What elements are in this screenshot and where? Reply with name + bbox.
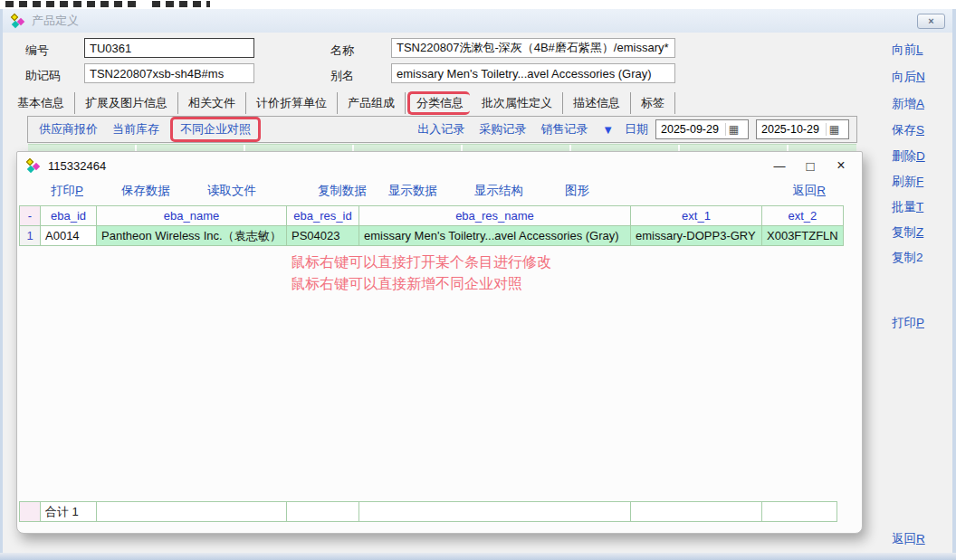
cross-enterprise-compare-window: 115332464 — □ × 打印P 保存数据 读取文件 复制数据 显示数据 … <box>16 151 863 534</box>
date-to-input[interactable] <box>757 123 826 136</box>
tab-basic-info[interactable]: 基本信息 <box>7 92 75 114</box>
app-icon <box>10 14 25 29</box>
cell-ext-2: X003FTZFLN <box>762 226 844 246</box>
tab-extended-images[interactable]: 扩展及图片信息 <box>75 92 178 114</box>
purchase-records-link[interactable]: 采购记录 <box>479 121 526 138</box>
cell-ext-1: emissary-DOPP3-GRY <box>631 226 762 246</box>
print-button[interactable]: 打印P <box>51 183 83 199</box>
annotation-line-2: 鼠标右键可以直接新增不同企业对照 <box>291 275 522 294</box>
window-frame-bottom <box>0 553 956 560</box>
date-from-input[interactable] <box>656 123 725 136</box>
inout-records-link[interactable]: 出入记录 <box>417 121 464 138</box>
cell-eba-name: Pantheon Wireless Inc.（袁志敏） <box>97 226 287 246</box>
tab-classification[interactable]: 分类信息 <box>407 91 470 115</box>
column-header-ext-1[interactable]: ext_1 <box>631 206 762 226</box>
sidebar-button-refresh[interactable]: 刷新F <box>892 174 923 190</box>
footer-empty-cell <box>762 502 837 522</box>
column-header-ext-2[interactable]: ext_2 <box>762 206 844 226</box>
column-header-eba-res-name[interactable]: eba_res_name <box>359 206 631 226</box>
cross-enterprise-highlight: 不同企业对照 <box>170 117 261 142</box>
sidebar-button-copy[interactable]: 复制Z <box>892 224 923 241</box>
window-frame-left <box>0 9 3 554</box>
minimize-icon[interactable]: — <box>764 159 795 173</box>
child-toolbar: 打印P 保存数据 读取文件 复制数据 显示数据 显示结构 图形 返回R <box>17 180 862 204</box>
sidebar-button-delete[interactable]: 删除D <box>892 148 925 165</box>
code-label: 编号 <box>25 43 49 59</box>
read-file-button[interactable]: 读取文件 <box>207 183 256 199</box>
eba-table: - eba_id eba_name eba_res_id eba_res_nam… <box>19 205 844 246</box>
column-header-eba-res-id[interactable]: eba_res_id <box>287 206 359 226</box>
calendar-icon[interactable]: ▦ <box>725 123 741 136</box>
footer-empty-cell <box>631 502 762 522</box>
app-icon <box>25 158 41 174</box>
date-to-field: ▦ <box>756 119 849 139</box>
child-return-button[interactable]: 返回R <box>792 183 826 199</box>
tab-batch-attributes[interactable]: 批次属性定义 <box>472 92 563 114</box>
background-window-fragment <box>0 0 956 9</box>
footer-empty-cell <box>287 502 359 522</box>
clipped-text-fragment <box>5 1 141 7</box>
sidebar-button-forward[interactable]: 向前L <box>892 42 923 58</box>
return-button[interactable]: 返回R <box>892 531 925 547</box>
column-header-row-marker[interactable]: - <box>20 206 41 226</box>
cell-eba-res-name: emissary Men's Toiletry...avel Accessori… <box>359 226 631 246</box>
cell-eba-res-id: PS04023 <box>287 226 359 246</box>
window-title: 产品定义 <box>32 13 79 29</box>
table-row[interactable]: 1 A0014 Pantheon Wireless Inc.（袁志敏） PS04… <box>20 226 844 246</box>
alias-label: 别名 <box>330 68 354 84</box>
footer-empty-cell <box>97 502 287 522</box>
child-titlebar: 115332464 — □ × <box>17 152 862 179</box>
calendar-icon[interactable]: ▦ <box>826 123 842 136</box>
name-label: 名称 <box>330 43 354 59</box>
tab-product-composition[interactable]: 产品组成 <box>338 92 406 114</box>
tab-related-files[interactable]: 相关文件 <box>178 92 246 114</box>
cell-row-number: 1 <box>20 226 41 246</box>
graph-button[interactable]: 图形 <box>565 183 589 199</box>
sidebar-button-copy2[interactable]: 复制2 <box>892 250 923 266</box>
alias-input[interactable] <box>391 63 675 83</box>
supplier-quote-link[interactable]: 供应商报价 <box>39 121 98 138</box>
window-frame-right <box>952 9 956 554</box>
footer-empty-cell <box>359 502 631 522</box>
save-data-button[interactable]: 保存数据 <box>121 183 170 199</box>
tab-bar: 基本信息 扩展及图片信息 相关文件 计价折算单位 产品组成 分类信息 批次属性定… <box>7 90 675 115</box>
mnemonic-input[interactable] <box>84 63 254 83</box>
date-from-field: ▦ <box>655 119 749 139</box>
sidebar-button-batch[interactable]: 批量T <box>892 199 923 215</box>
tab-pricing-units[interactable]: 计价折算单位 <box>246 92 338 114</box>
sidebar-button-backward[interactable]: 向后N <box>892 69 925 85</box>
code-input[interactable] <box>84 38 254 58</box>
sidebar-button-add[interactable]: 新增A <box>892 96 924 112</box>
sales-records-link[interactable]: 销售记录 <box>540 121 588 138</box>
footer-total: 合计 1 <box>41 502 97 522</box>
arrow-down-icon[interactable]: ▼ <box>602 123 614 137</box>
tab-label[interactable]: 标签 <box>631 92 675 114</box>
cross-enterprise-compare-link[interactable]: 不同企业对照 <box>180 122 251 136</box>
current-stock-link[interactable]: 当前库存 <box>112 121 159 138</box>
close-button[interactable]: × <box>917 14 945 29</box>
sub-toolbar: 供应商报价 当前库存 不同企业对照 出入记录 采购记录 销售记录 ▼ 日期 ▦ … <box>27 116 857 143</box>
child-window-title: 115332464 <box>48 159 106 173</box>
maximize-icon[interactable]: □ <box>795 158 826 174</box>
screen: 产品定义 × 编号 名称 助记码 别名 基本信息 扩展及图片信息 相关文件 计价… <box>0 0 956 560</box>
sidebar-button-print[interactable]: 打印P <box>892 315 924 331</box>
table-footer-row: 合计 1 <box>19 501 837 522</box>
cell-eba-id: A0014 <box>41 226 97 246</box>
annotation-line-1: 鼠标右键可以直接打开某个条目进行修改 <box>291 253 551 272</box>
show-data-button[interactable]: 显示数据 <box>388 183 437 199</box>
date-label: 日期 <box>625 121 648 138</box>
tab-description-info[interactable]: 描述信息 <box>563 92 631 114</box>
column-header-eba-id[interactable]: eba_id <box>41 206 97 226</box>
close-icon[interactable]: × <box>826 157 856 174</box>
clipped-text-fragment <box>152 1 210 7</box>
mnemonic-label: 助记码 <box>25 68 61 84</box>
main-titlebar: 产品定义 × <box>3 9 952 33</box>
sidebar-button-save[interactable]: 保存S <box>892 122 924 138</box>
table-header-row: - eba_id eba_name eba_res_id eba_res_nam… <box>20 206 844 226</box>
footer-row-marker <box>20 502 41 522</box>
copy-data-button[interactable]: 复制数据 <box>318 183 367 199</box>
show-structure-button[interactable]: 显示结构 <box>474 183 523 199</box>
name-input[interactable] <box>391 38 675 58</box>
column-header-eba-name[interactable]: eba_name <box>97 206 287 226</box>
